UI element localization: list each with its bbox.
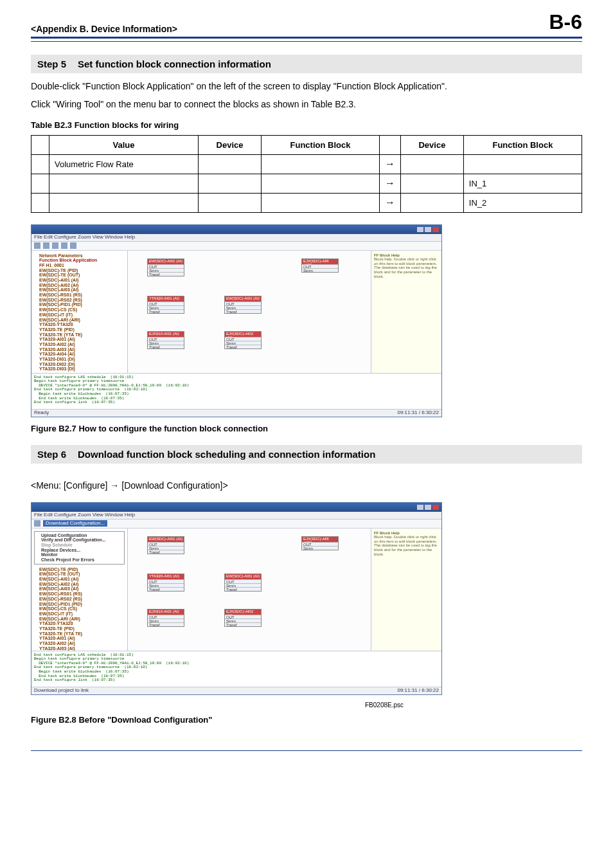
toolbar-icon <box>70 242 76 249</box>
block-title: EW(SDC)-AI01 (AI) <box>225 574 261 579</box>
table-row: Volumetric Flow Rate → <box>31 154 582 174</box>
minimize-icon <box>417 227 423 232</box>
help-body: Block help. Double click or right click … <box>374 535 437 556</box>
status-bar: Download project to link 09:11:31 / 6:30… <box>31 687 441 694</box>
tree-node: YTA320-DI01 (DI) <box>34 357 125 362</box>
cell-fb2: IN_1 <box>463 174 582 193</box>
tree-node: YTA320-TE (YTA TE) <box>34 332 125 338</box>
tree-node: EW(SDC)-IT (IT) <box>34 312 125 318</box>
cell-device2 <box>401 154 464 174</box>
block-row: Transf <box>148 550 184 554</box>
cell-blank <box>31 154 49 174</box>
th-value: Value <box>49 135 199 154</box>
tree-node: YTA320-DI02 (DI) <box>34 362 125 367</box>
tree-node: YTA320-DI03 (DI) <box>34 366 125 372</box>
cell-fb2 <box>463 154 582 174</box>
tree-node: EW(SDC)-ARI (ARI) <box>34 617 125 622</box>
menu-item: Monitor <box>36 552 123 557</box>
tree-node: EW(SDC)-TE (PID) <box>34 268 125 273</box>
maximize-icon <box>425 505 431 510</box>
canvas: EW(SDC)-AI01 (AI) OUT Simin Transf YTA32… <box>128 251 371 373</box>
th-device: Device <box>199 135 262 154</box>
log-panel: End task configure LAS schedule (16:01:1… <box>31 373 441 409</box>
log-panel: End task configure LAS schedule (16:01:1… <box>31 651 441 687</box>
block-title: EW(SDC)-AI01 (AI) <box>225 296 261 302</box>
block-title: EJX(SDC)-ARI (ARI) <box>302 537 338 542</box>
dropdown-menu: Upload Configuration Verify and Diff Con… <box>34 531 125 565</box>
menu-item: Check Project For Errors <box>36 557 123 563</box>
close-icon <box>432 227 439 232</box>
tree-node: YTA320-AI02 (AI) <box>34 342 125 347</box>
function-block: EJX(SDC)-AI02 (AI) OUT Simin Transf <box>224 331 262 349</box>
toolbar-icon <box>43 242 49 249</box>
block-title: EW(SDC)-AI01 (AI) <box>148 537 184 542</box>
block-row: Transf <box>225 309 261 313</box>
block-title: YTA320-AI01 (AI) <box>148 574 184 579</box>
page-number: B-6 <box>549 10 582 34</box>
cell-fb2: IN_2 <box>463 193 582 212</box>
block-row: Simin <box>302 268 338 272</box>
tree-node: EW(SDC)-AI01 (AI) <box>34 577 125 582</box>
minimize-icon <box>417 505 423 510</box>
status-left: Ready <box>34 410 49 416</box>
block-row: Transf <box>225 587 261 591</box>
cell-blank <box>31 193 49 212</box>
close-icon <box>432 505 439 510</box>
window-titlebar <box>31 503 441 512</box>
function-block: EW(SDC)-AI01 (AI) OUT Simin Transf <box>224 574 262 592</box>
tree-node: EW(SDC)-TE (OUT) <box>34 273 125 278</box>
help-panel: FF Block Help Block help. Double click o… <box>371 251 441 373</box>
tree-node: YTA320-AI03 (AI) <box>34 347 125 352</box>
function-block: EJX910-AI01 (AI) OUT Simin Transf <box>147 609 184 627</box>
tree-node: YTA320-YTA320 <box>34 322 125 327</box>
cell-value <box>49 193 199 212</box>
block-row: Transf <box>225 622 261 626</box>
tree-node: FF H1_0001 <box>34 263 125 268</box>
th-fnblock2: Function Block <box>463 135 582 154</box>
block-title: EJX910-AI01 (AI) <box>148 332 184 337</box>
cell-device <box>199 193 262 212</box>
status-right: 09:11:31 / 6:30:22 <box>398 688 440 694</box>
tree-node: EW(SDC)-RS02 (RS) <box>34 597 125 602</box>
tree-node: YTA320-TE (PID) <box>34 626 125 631</box>
block-title: YTA320-AI01 (AI) <box>148 296 184 302</box>
toolbar-icon <box>34 242 40 249</box>
tree-node: EW(SDC)-AI01 (AI) <box>34 278 125 283</box>
menu-item: Upload Configuration <box>36 533 123 538</box>
appendix-label: <Appendix B. Device Information> <box>31 24 177 34</box>
th-blank <box>31 135 49 154</box>
menubar: File Edit Configure Zoom View Window Hel… <box>31 512 441 520</box>
block-row: Transf <box>148 622 184 626</box>
help-title: FF Block Help <box>374 531 400 535</box>
footer-rule <box>31 750 582 751</box>
figure-b27-caption: Figure B2.7 How to configure the functio… <box>31 424 582 433</box>
figure-b28-caption: Figure B2.8 Before "Download Configurati… <box>31 715 582 725</box>
block-row: Transf <box>148 345 184 348</box>
status-right: 09:11:31 / 6:30:22 <box>398 410 440 416</box>
tree-node: YTA320-AI04 (AI) <box>34 352 125 357</box>
cell-fb <box>261 154 379 174</box>
tree-node: EW(SDC)-AI03 (AI) <box>34 586 125 592</box>
block-row: Transf <box>148 309 184 313</box>
cell-device2 <box>401 193 464 212</box>
arrow-icon: → <box>380 193 401 212</box>
cell-blank <box>31 174 49 193</box>
function-block: EJX(SDC)-ARI (ARI) OUT Simin <box>301 536 339 550</box>
function-block: EJX(SDC)-AI02 (AI) OUT Simin Transf <box>224 609 262 627</box>
tree-node: EW(SDC)-CS (CS) <box>34 307 125 312</box>
step5-heading: Step 5 Set function block connection inf… <box>31 55 582 73</box>
window-titlebar <box>31 225 441 234</box>
tree-node: YTA320-AI01 (AI) <box>34 337 125 342</box>
block-row: Transf <box>225 345 261 348</box>
figure-b28-tag: FB0208E.psc <box>365 701 582 709</box>
step6-heading: Step 6 Download function block schedulin… <box>31 445 582 464</box>
status-bar: Ready 09:11:31 / 6:30:22 <box>31 409 441 417</box>
cell-fb <box>261 174 379 193</box>
cell-value: Volumetric Flow Rate <box>49 154 199 174</box>
th-device2: Device <box>401 135 464 154</box>
toolbar-icon <box>52 242 58 249</box>
function-block: EW(SDC)-AI01 (AI) OUT Simin Transf <box>147 536 184 554</box>
cell-device <box>199 174 262 193</box>
tree-node: EW(SDC)-AI02 (AI) <box>34 283 125 288</box>
tree-node: EW(SDC)-IT (IT) <box>34 611 125 617</box>
